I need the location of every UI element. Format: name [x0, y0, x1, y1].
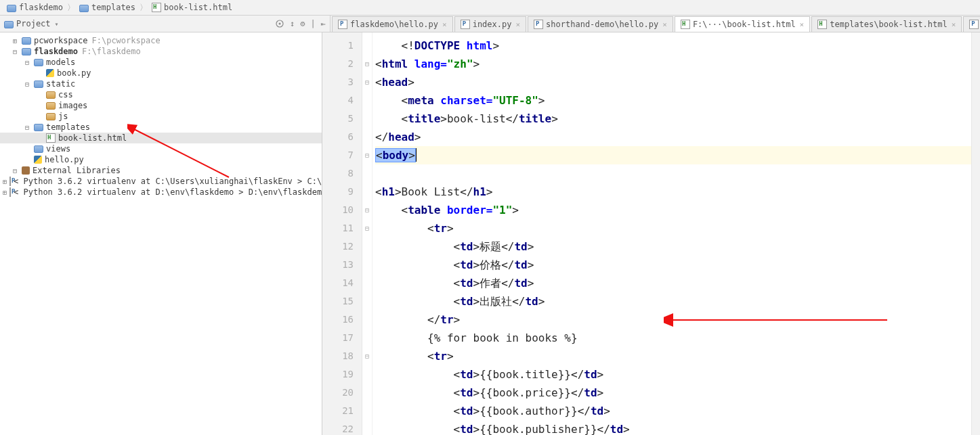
tree-node[interactable]: images [0, 100, 322, 111]
tree-node-label: flaskdemo [34, 47, 78, 56]
editor-tab[interactable]: flaskdemo\hello.py× [332, 16, 453, 32]
code-line[interactable] [375, 164, 971, 183]
folder-icon [79, 5, 89, 12]
tree-node[interactable]: ⊟External Libraries [0, 165, 322, 176]
chevron-down-icon[interactable]: ▾ [55, 20, 59, 28]
code-line[interactable]: <body> [375, 146, 971, 164]
code-line[interactable]: <td>{{book.title}}</td> [375, 365, 971, 384]
code-area[interactable]: <!DOCTYPE html><html lang="zh"><head> <m… [372, 32, 971, 435]
tab-label: shorthand-demo\hello.py [546, 20, 658, 29]
html-file-icon [817, 20, 827, 29]
python-file-icon [461, 20, 470, 29]
project-panel-actions: ↕ ⚙ | ⇤ [275, 19, 326, 28]
project-panel-title[interactable]: Project ▾ [4, 19, 59, 28]
fold-toggle-icon [362, 365, 372, 384]
fold-toggle-icon[interactable]: ⊟ [362, 146, 372, 164]
fold-toggle-icon[interactable]: ⊟ [362, 73, 372, 91]
chevron-right-icon: 〉 [140, 2, 148, 14]
tree-node[interactable]: hello.py [0, 154, 322, 165]
tree-node[interactable]: ⊟flaskdemoF:\flaskdemo [0, 46, 322, 57]
code-line[interactable]: </tr> [375, 311, 971, 329]
locate-icon[interactable] [275, 19, 284, 28]
line-number: 18 [322, 347, 362, 365]
close-tab-icon[interactable]: × [442, 20, 447, 29]
tree-node[interactable]: css [0, 89, 322, 100]
breadcrumb-label: book-list.html [164, 3, 232, 12]
editor-tab[interactable]: shorthand-demo\hello.py× [528, 16, 673, 32]
editor-tab[interactable]: index.py× [454, 16, 526, 32]
tree-toggle-icon[interactable]: ⊞ [11, 37, 19, 45]
code-line[interactable]: <table border="1"> [375, 201, 971, 219]
breadcrumb-item[interactable]: book-list.html [148, 0, 236, 15]
code-line[interactable]: <td>{{book.price}}</td> [375, 384, 971, 402]
code-line[interactable]: <!DOCTYPE html> [375, 37, 971, 55]
close-tab-icon[interactable]: × [662, 20, 667, 29]
tree-node[interactable]: book-list.html [0, 133, 322, 143]
tree-toggle-icon[interactable]: ⊟ [23, 81, 31, 88]
breadcrumb-item[interactable]: templates [75, 0, 140, 15]
fold-column[interactable]: ⊟⊟⊟⊟⊟⊟ [362, 32, 372, 435]
fold-toggle-icon [362, 110, 372, 128]
fold-toggle-icon[interactable]: ⊟ [362, 201, 372, 219]
code-editor[interactable]: 12345678910111213141516171819202122 ⊟⊟⊟⊟… [322, 32, 980, 435]
line-number: 6 [322, 128, 362, 146]
code-line[interactable]: {% for book in books %} [375, 329, 971, 347]
collapse-all-icon[interactable]: ↕ [290, 19, 295, 28]
editor-tab[interactable]: book.py× [963, 16, 980, 32]
code-line[interactable]: <h1>Book List</h1> [375, 183, 971, 201]
close-tab-icon[interactable]: × [952, 20, 956, 29]
tree-node[interactable]: ⊞< Python 3.6.2 virtualenv at D:\env\fla… [0, 187, 322, 198]
code-line[interactable]: <td>出版社</td> [375, 292, 971, 311]
editor-tabs: flaskdemo\hello.py×index.py×shorthand-de… [331, 16, 980, 32]
tree-node[interactable]: ⊟static [0, 78, 322, 89]
close-tab-icon[interactable]: × [800, 20, 805, 29]
code-line[interactable]: <meta charset="UTF-8"> [375, 91, 971, 110]
code-line[interactable]: <tr> [375, 219, 971, 237]
library-icon [22, 166, 30, 175]
tree-node[interactable]: ⊟models [0, 57, 322, 68]
line-number: 16 [322, 311, 362, 329]
code-line[interactable]: <td>{{book.author}}</td> [375, 402, 971, 420]
fold-toggle-icon [362, 420, 372, 435]
fold-toggle-icon[interactable]: ⊟ [362, 55, 372, 73]
code-line[interactable]: <td>作者</td> [375, 274, 971, 292]
tree-node[interactable]: ⊞< Python 3.6.2 virtualenv at C:\Users\x… [0, 176, 322, 187]
editor-tab[interactable]: F:\···\book-list.html× [675, 16, 810, 32]
fold-toggle-icon [362, 311, 372, 329]
tree-toggle-icon[interactable]: ⊟ [11, 167, 19, 175]
tab-label: templates\book-list.html [830, 20, 947, 29]
code-line[interactable]: <td>价格</td> [375, 256, 971, 274]
tree-node[interactable]: ⊟templates [0, 122, 322, 133]
tree-toggle-icon[interactable]: ⊟ [11, 48, 19, 55]
close-tab-icon[interactable]: × [515, 20, 520, 29]
tree-toggle-icon[interactable]: ⊟ [23, 59, 31, 66]
code-line[interactable]: <head> [375, 73, 971, 91]
main-split: ⊞pcworkspaceF:\pcworkspace⊟flaskdemoF:\f… [0, 32, 980, 435]
fold-toggle-icon[interactable]: ⊟ [362, 219, 372, 237]
tree-node[interactable]: book.py [0, 68, 322, 78]
editor-tab[interactable]: templates\book-list.html× [811, 16, 962, 32]
fold-toggle-icon[interactable]: ⊟ [362, 347, 372, 365]
folder-icon [46, 91, 56, 99]
code-line[interactable]: <tr> [375, 347, 971, 365]
folder-icon [34, 59, 43, 66]
code-line[interactable]: <html lang="zh"> [375, 55, 971, 73]
code-line[interactable]: <td>{{book.publisher}}</td> [375, 420, 971, 435]
tree-node[interactable]: views [0, 143, 322, 154]
breadcrumb-item[interactable]: flaskdemo [3, 0, 67, 15]
tree-node-label: templates [46, 122, 90, 132]
tree-toggle-icon[interactable]: ⊞ [3, 178, 7, 185]
hide-panel-icon[interactable]: ⇤ [321, 19, 326, 28]
settings-gear-icon[interactable]: ⚙ [300, 19, 305, 28]
code-line[interactable]: <td>标题</td> [375, 237, 971, 256]
breadcrumb-bar: flaskdemo〉templates〉book-list.html [0, 0, 980, 16]
tree-node[interactable]: ⊞pcworkspaceF:\pcworkspace [0, 35, 322, 46]
tree-toggle-icon[interactable]: ⊟ [23, 124, 31, 131]
code-line[interactable]: <title>book-list</title> [375, 110, 971, 128]
code-line[interactable]: </head> [375, 128, 971, 146]
error-stripe[interactable] [971, 32, 980, 435]
tree-node[interactable]: js [0, 111, 322, 122]
tree-toggle-icon[interactable]: ⊞ [3, 189, 7, 196]
project-tree[interactable]: ⊞pcworkspaceF:\pcworkspace⊟flaskdemoF:\f… [0, 32, 322, 200]
project-panel-header: Project ▾ ↕ ⚙ | ⇤ [0, 16, 331, 32]
